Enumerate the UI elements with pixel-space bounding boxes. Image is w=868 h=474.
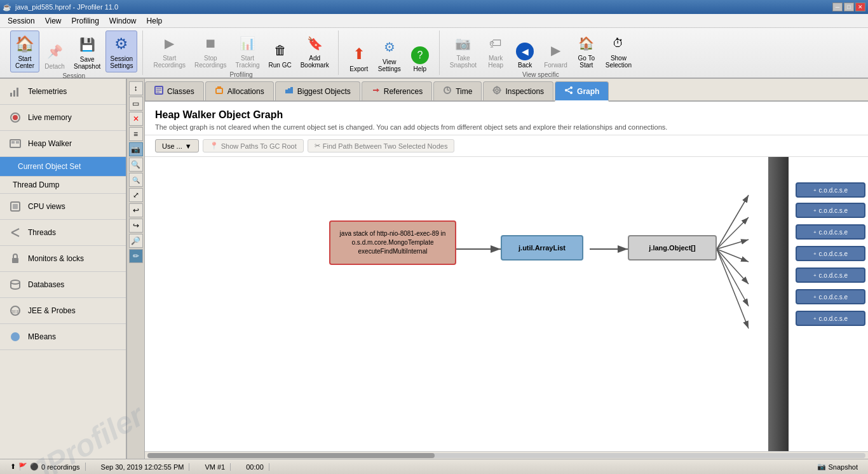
use-btn-arrow: ▼ xyxy=(185,142,192,150)
view-specific-group-label: View specific xyxy=(446,71,635,78)
tab-graph[interactable]: Graph xyxy=(555,81,609,102)
small-node-3[interactable]: + c.o.d.c.s.e xyxy=(796,246,865,261)
maximize-button[interactable]: □ xyxy=(844,3,854,11)
small-node-0[interactable]: + c.o.d.c.s.e xyxy=(796,182,865,198)
canvas-tool-delete[interactable]: ✕ xyxy=(129,112,143,126)
back-button[interactable]: ◀ Back xyxy=(511,40,539,71)
small-node-6[interactable]: + c.o.d.c.s.e xyxy=(796,311,865,326)
record-flag-icon: 🚩 xyxy=(18,463,27,471)
menu-session[interactable]: Session xyxy=(3,15,40,27)
view-settings-button[interactable]: ⚙ ViewSettings xyxy=(374,34,405,75)
record-dot-icon: ⚫ xyxy=(30,463,39,471)
canvas-tool-list[interactable]: ≡ xyxy=(129,127,143,141)
sidebar: Telemetries Live memory Heap Walker Curr… xyxy=(0,79,127,459)
start-tracking-button[interactable]: 📊 StartTracking xyxy=(232,30,264,71)
tab-inspections[interactable]: Inspections xyxy=(483,81,553,100)
snapshot-camera-icon: 📷 xyxy=(817,463,826,471)
tab-classes[interactable]: Classes xyxy=(145,81,204,100)
sidebar-item-cpu-views[interactable]: CPU views xyxy=(0,194,126,220)
sidebar-item-threads[interactable]: Threads xyxy=(0,220,126,246)
show-paths-button[interactable]: 📍 Show Paths To GC Root xyxy=(203,139,304,152)
sidebar-item-thread-dump[interactable]: Thread Dump xyxy=(0,177,126,194)
svg-line-10 xyxy=(11,229,19,233)
dark-separator xyxy=(768,157,789,451)
allocations-tab-label: Allocations xyxy=(227,87,264,96)
help-button[interactable]: ? Help xyxy=(406,44,434,75)
menu-profiling[interactable]: Profiling xyxy=(67,15,104,27)
show-selection-label: ShowSelection xyxy=(606,55,632,69)
canvas-tool-pointer[interactable]: ↕ xyxy=(129,81,143,95)
close-button[interactable]: ✕ xyxy=(855,3,865,11)
minimize-button[interactable]: ─ xyxy=(832,3,843,11)
find-path-button[interactable]: ✂ Find Path Between Two Selected Nodes xyxy=(308,139,455,152)
export-button[interactable]: ⬆ Export xyxy=(345,41,373,75)
canvas-tool-fit[interactable]: ⤢ xyxy=(129,188,143,202)
stop-recordings-button[interactable]: ⏹ StopRecordings xyxy=(191,30,231,71)
svg-line-47 xyxy=(717,249,749,262)
arraylist-node[interactable]: j.util.ArrayList xyxy=(501,235,583,261)
canvas-tool-redo[interactable]: ↪ xyxy=(129,219,143,233)
time-text: 00:00 xyxy=(246,463,264,471)
sidebar-item-heap-walker[interactable]: Heap Walker xyxy=(0,131,126,157)
sidebar-item-jee-probes[interactable]: JEE JEE & Probes xyxy=(0,298,126,324)
go-to-start-button[interactable]: 🏠 Go ToStart xyxy=(573,30,600,71)
svg-rect-0 xyxy=(10,93,12,97)
detach-button[interactable]: 📌 Detach xyxy=(41,39,69,72)
small-node-4[interactable]: + c.o.d.c.s.e xyxy=(796,267,865,283)
sidebar-item-mbeans[interactable]: MBeans xyxy=(0,324,126,350)
run-gc-button[interactable]: 🗑 Run GC xyxy=(265,37,295,71)
sidebar-item-current-object-set[interactable]: Current Object Set xyxy=(0,157,126,177)
databases-label: Databases xyxy=(28,280,64,289)
content-area: Classes Allocations Biggest Objects Refe… xyxy=(145,79,868,459)
use-button[interactable]: Use ... ▼ xyxy=(155,139,199,152)
tab-allocations[interactable]: Allocations xyxy=(205,81,274,100)
small-node-2[interactable]: + c.o.d.c.s.e xyxy=(796,224,865,240)
small-node-5[interactable]: + c.o.d.c.s.e xyxy=(796,289,865,304)
small-node-2-label: c.o.d.c.s.e xyxy=(819,229,848,236)
canvas-tool-zoom-in[interactable]: 🔍 xyxy=(129,158,143,172)
canvas-tool-select[interactable]: ▭ xyxy=(129,97,143,111)
mbeans-label: MBeans xyxy=(28,332,56,341)
save-snapshot-icon: 💾 xyxy=(77,34,97,55)
take-snapshot-button[interactable]: 📷 TakeSnapshot xyxy=(446,30,480,71)
menu-window[interactable]: Window xyxy=(104,15,142,27)
session-settings-button[interactable]: ⚙ SessionSettings xyxy=(105,30,137,72)
small-node-1[interactable]: + c.o.d.c.s.e xyxy=(796,203,865,218)
graph-canvas[interactable]: java stack of http-nio-8081-exec-89 in o… xyxy=(145,157,868,451)
graph-scrollbar[interactable] xyxy=(145,451,868,459)
svg-line-48 xyxy=(717,249,749,284)
add-bookmark-button[interactable]: 🔖 AddBookmark xyxy=(297,30,333,71)
object-array-node[interactable]: j.lang.Object[] xyxy=(628,235,717,261)
mbeans-icon xyxy=(8,329,23,344)
sidebar-item-databases[interactable]: Databases xyxy=(0,272,126,298)
sidebar-item-monitors-locks[interactable]: Monitors & locks xyxy=(0,246,126,272)
status-snapshot[interactable]: 📷 Snapshot xyxy=(812,463,863,471)
show-selection-button[interactable]: ⏱ ShowSelection xyxy=(602,30,635,71)
tab-references[interactable]: References xyxy=(362,81,432,100)
threads-icon xyxy=(8,225,23,240)
tab-biggest-objects[interactable]: Biggest Objects xyxy=(275,81,360,100)
canvas-tool-undo[interactable]: ↩ xyxy=(129,203,143,217)
canvas-tool-screenshot[interactable]: 📷 xyxy=(129,142,143,156)
menu-help[interactable]: Help xyxy=(142,15,168,27)
record-up-icon: ⬆ xyxy=(10,463,16,471)
canvas-tool-edit[interactable]: ✏ xyxy=(129,249,143,263)
save-snapshot-button[interactable]: 💾 SaveSnapshot xyxy=(70,32,104,72)
scrollbar-track[interactable] xyxy=(147,453,865,458)
scrollbar-thumb[interactable] xyxy=(147,453,435,458)
tab-time[interactable]: Time xyxy=(433,81,482,100)
forward-button[interactable]: ▶ Forward xyxy=(540,37,571,71)
canvas-tool-search[interactable]: 🔎 xyxy=(129,234,143,248)
save-snapshot-label: SaveSnapshot xyxy=(74,56,100,70)
canvas-tool-zoom-out[interactable]: 🔍 xyxy=(129,173,143,187)
start-center-button[interactable]: 🏠 StartCenter xyxy=(10,30,39,72)
stack-node[interactable]: java stack of http-nio-8081-exec-89 in o… xyxy=(329,220,456,265)
start-recordings-button[interactable]: ▶ StartRecordings xyxy=(149,30,189,71)
sidebar-item-live-memory[interactable]: Live memory xyxy=(0,105,126,131)
sidebar-item-telemetries[interactable]: Telemetries xyxy=(0,79,126,105)
window-controls[interactable]: ─ □ ✕ xyxy=(832,3,865,11)
small-node-0-icon: + xyxy=(813,187,817,193)
mark-heap-button[interactable]: 🏷 MarkHeap xyxy=(482,30,510,71)
mark-heap-label: MarkHeap xyxy=(488,55,503,69)
menu-view[interactable]: View xyxy=(40,15,67,27)
